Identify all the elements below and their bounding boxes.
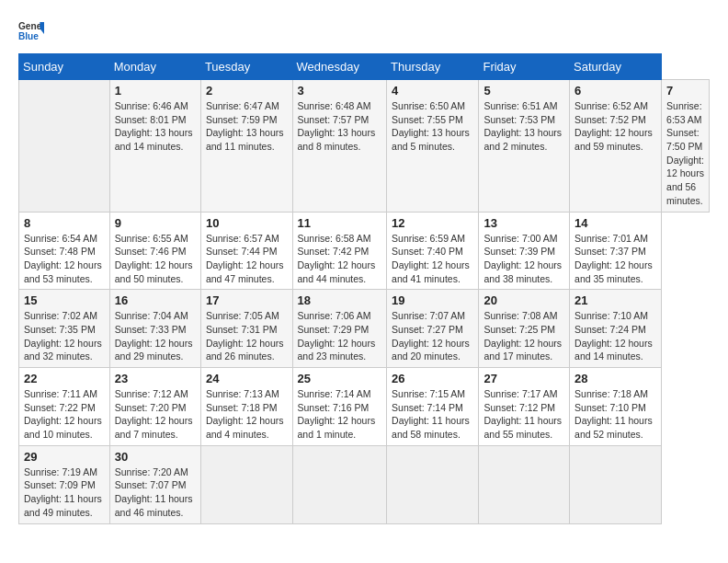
- sunset-text: Sunset: 7:10 PM: [574, 401, 656, 415]
- daylight-text: Daylight: 12 hours and 38 minutes.: [483, 259, 564, 285]
- daylight-text: Daylight: 12 hours and 35 minutes.: [574, 259, 656, 285]
- day-number: 8: [24, 216, 105, 230]
- sunset-text: Sunset: 7:48 PM: [24, 245, 105, 259]
- header-row: SundayMondayTuesdayWednesdayThursdayFrid…: [19, 54, 710, 80]
- sunrise-text: Sunrise: 6:48 AM: [298, 99, 382, 113]
- week-row-4: 22 Sunrise: 7:11 AM Sunset: 7:22 PM Dayl…: [19, 368, 710, 446]
- day-cell: 28 Sunrise: 7:18 AM Sunset: 7:10 PM Dayl…: [570, 368, 662, 446]
- sunset-text: Sunset: 7:33 PM: [115, 323, 196, 337]
- sunset-text: Sunset: 7:59 PM: [206, 113, 288, 127]
- day-cell: 15 Sunrise: 7:02 AM Sunset: 7:35 PM Dayl…: [19, 290, 110, 368]
- day-info: Sunrise: 7:13 AM Sunset: 7:18 PM Dayligh…: [206, 387, 288, 442]
- header-cell-sunday: Sunday: [19, 54, 110, 80]
- daylight-text: Daylight: 13 hours and 5 minutes.: [392, 126, 473, 153]
- sunset-text: Sunset: 7:20 PM: [115, 401, 196, 415]
- sunrise-text: Sunrise: 7:04 AM: [115, 309, 196, 323]
- daylight-text: Daylight: 12 hours and 10 minutes.: [24, 414, 105, 441]
- day-info: Sunrise: 7:20 AM Sunset: 7:07 PM Dayligh…: [115, 465, 196, 520]
- sunrise-text: Sunrise: 6:54 AM: [24, 232, 105, 246]
- day-number: 15: [24, 293, 105, 307]
- sunrise-text: Sunrise: 7:10 AM: [574, 309, 656, 323]
- sunset-text: Sunset: 7:53 PM: [483, 113, 564, 127]
- day-cell: 30 Sunrise: 7:20 AM Sunset: 7:07 PM Dayl…: [109, 445, 200, 523]
- daylight-text: Daylight: 13 hours and 8 minutes.: [298, 126, 382, 153]
- day-number: 27: [483, 372, 564, 385]
- day-info: Sunrise: 7:07 AM Sunset: 7:27 PM Dayligh…: [392, 309, 473, 363]
- sunrise-text: Sunrise: 6:52 AM: [574, 99, 656, 113]
- sunset-text: Sunset: 7:29 PM: [298, 323, 382, 337]
- sunset-text: Sunset: 7:37 PM: [574, 245, 656, 259]
- sunset-text: Sunset: 7:44 PM: [206, 245, 288, 259]
- sunset-text: Sunset: 7:25 PM: [483, 323, 564, 337]
- day-number: 9: [115, 216, 196, 230]
- header-cell-tuesday: Tuesday: [200, 54, 292, 80]
- day-cell: 14 Sunrise: 7:01 AM Sunset: 7:37 PM Dayl…: [570, 212, 662, 290]
- day-cell: 25 Sunrise: 7:14 AM Sunset: 7:16 PM Dayl…: [292, 368, 387, 446]
- sunrise-text: Sunrise: 7:15 AM: [392, 387, 473, 401]
- day-number: 7: [666, 84, 704, 98]
- sunset-text: Sunset: 7:24 PM: [574, 323, 656, 337]
- day-info: Sunrise: 6:46 AM Sunset: 8:01 PM Dayligh…: [115, 99, 196, 154]
- sunset-text: Sunset: 7:39 PM: [483, 245, 564, 259]
- daylight-text: Daylight: 11 hours and 58 minutes.: [392, 414, 473, 441]
- day-cell: 23 Sunrise: 7:12 AM Sunset: 7:20 PM Dayl…: [109, 368, 200, 446]
- day-number: 29: [24, 450, 105, 464]
- day-cell: 4 Sunrise: 6:50 AM Sunset: 7:55 PM Dayli…: [387, 80, 479, 213]
- day-cell: 12 Sunrise: 6:59 AM Sunset: 7:40 PM Dayl…: [387, 212, 479, 290]
- day-cell: 7 Sunrise: 6:53 AM Sunset: 7:50 PM Dayli…: [662, 80, 710, 213]
- sunrise-text: Sunrise: 6:55 AM: [115, 232, 196, 246]
- week-row-2: 8 Sunrise: 6:54 AM Sunset: 7:48 PM Dayli…: [19, 212, 710, 290]
- sunset-text: Sunset: 7:16 PM: [298, 401, 382, 415]
- sunset-text: Sunset: 7:55 PM: [392, 113, 473, 127]
- sunrise-text: Sunrise: 7:06 AM: [298, 309, 382, 323]
- sunset-text: Sunset: 7:46 PM: [115, 245, 196, 259]
- day-cell: 18 Sunrise: 7:06 AM Sunset: 7:29 PM Dayl…: [292, 290, 387, 368]
- day-cell: 19 Sunrise: 7:07 AM Sunset: 7:27 PM Dayl…: [387, 290, 479, 368]
- day-number: 22: [24, 372, 105, 385]
- day-info: Sunrise: 7:02 AM Sunset: 7:35 PM Dayligh…: [24, 309, 105, 363]
- sunset-text: Sunset: 7:35 PM: [24, 323, 105, 337]
- day-number: 2: [206, 84, 288, 98]
- calendar-header: SundayMondayTuesdayWednesdayThursdayFrid…: [19, 54, 710, 80]
- sunrise-text: Sunrise: 7:00 AM: [483, 232, 564, 246]
- day-cell: 27 Sunrise: 7:17 AM Sunset: 7:12 PM Dayl…: [479, 368, 570, 446]
- daylight-text: Daylight: 12 hours and 23 minutes.: [298, 337, 382, 363]
- day-cell: 26 Sunrise: 7:15 AM Sunset: 7:14 PM Dayl…: [387, 368, 479, 446]
- day-info: Sunrise: 7:14 AM Sunset: 7:16 PM Dayligh…: [298, 387, 382, 442]
- day-info: Sunrise: 6:53 AM Sunset: 7:50 PM Dayligh…: [666, 99, 704, 208]
- daylight-text: Daylight: 12 hours and 50 minutes.: [115, 259, 196, 285]
- daylight-text: Daylight: 12 hours and 17 minutes.: [483, 337, 564, 363]
- sunrise-text: Sunrise: 7:18 AM: [574, 387, 656, 401]
- day-cell: 17 Sunrise: 7:05 AM Sunset: 7:31 PM Dayl…: [200, 290, 292, 368]
- sunrise-text: Sunrise: 7:05 AM: [206, 309, 288, 323]
- day-number: 18: [298, 293, 382, 307]
- daylight-text: Daylight: 12 hours and 26 minutes.: [206, 337, 288, 363]
- day-info: Sunrise: 7:08 AM Sunset: 7:25 PM Dayligh…: [483, 309, 564, 363]
- day-number: 6: [574, 84, 656, 98]
- day-info: Sunrise: 7:12 AM Sunset: 7:20 PM Dayligh…: [115, 387, 196, 442]
- day-cell: 5 Sunrise: 6:51 AM Sunset: 7:53 PM Dayli…: [479, 80, 570, 213]
- day-cell: 3 Sunrise: 6:48 AM Sunset: 7:57 PM Dayli…: [292, 80, 387, 213]
- day-number: 25: [298, 372, 382, 385]
- day-info: Sunrise: 7:01 AM Sunset: 7:37 PM Dayligh…: [574, 232, 656, 286]
- day-number: 19: [392, 293, 473, 307]
- daylight-text: Daylight: 12 hours and 29 minutes.: [115, 337, 196, 363]
- sunrise-text: Sunrise: 6:57 AM: [206, 232, 288, 246]
- daylight-text: Daylight: 11 hours and 46 minutes.: [115, 492, 196, 519]
- sunset-text: Sunset: 7:52 PM: [574, 113, 656, 127]
- calendar-table: SundayMondayTuesdayWednesdayThursdayFrid…: [18, 53, 710, 524]
- day-cell: [292, 445, 387, 523]
- day-number: 23: [115, 372, 196, 385]
- day-cell: 8 Sunrise: 6:54 AM Sunset: 7:48 PM Dayli…: [19, 212, 110, 290]
- day-number: 1: [115, 84, 196, 98]
- header-cell-monday: Monday: [109, 54, 200, 80]
- day-cell: [570, 445, 662, 523]
- day-cell: 2 Sunrise: 6:47 AM Sunset: 7:59 PM Dayli…: [200, 80, 292, 213]
- sunset-text: Sunset: 7:22 PM: [24, 401, 105, 415]
- daylight-text: Daylight: 12 hours and 1 minute.: [298, 414, 382, 441]
- day-number: 10: [206, 216, 288, 230]
- sunrise-text: Sunrise: 6:53 AM: [666, 99, 704, 126]
- daylight-text: Daylight: 12 hours and 20 minutes.: [392, 337, 473, 363]
- day-number: 11: [298, 216, 382, 230]
- day-info: Sunrise: 7:11 AM Sunset: 7:22 PM Dayligh…: [24, 387, 105, 442]
